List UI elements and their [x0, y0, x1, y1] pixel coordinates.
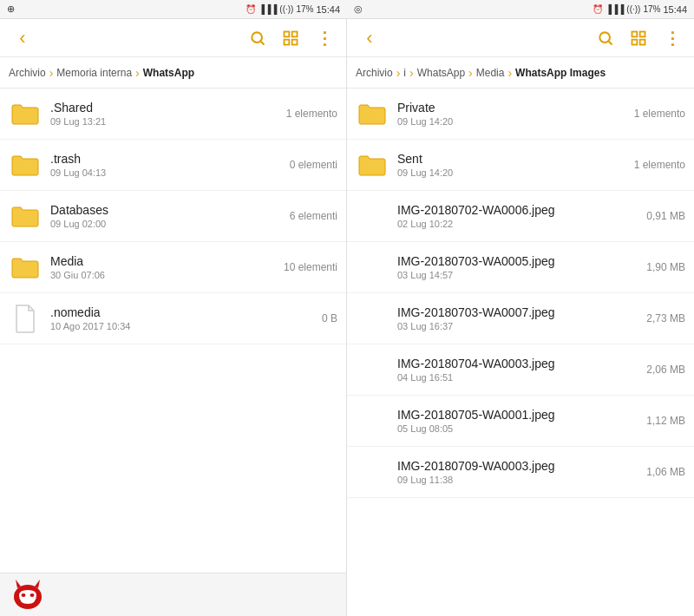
right-more-button[interactable]: ⋮ — [656, 23, 687, 54]
svg-rect-15 — [632, 39, 638, 44]
breadcrumb-archivio-left[interactable]: Archivio — [9, 67, 46, 79]
breadcrumb-archivio-right[interactable]: Archivio — [356, 67, 393, 79]
file-info-img2: IMG-20180703-WA0005.jpeg 03 Lug 14:57 — [397, 254, 639, 280]
left-file-item-trash[interactable]: .trash 09 Lug 04:13 0 elementi — [0, 140, 346, 191]
svg-rect-5 — [292, 39, 298, 44]
folder-icon-shared — [9, 97, 42, 130]
svg-point-10 — [30, 593, 35, 597]
right-file-item-img2[interactable]: IMG-20180703-WA0005.jpeg 03 Lug 14:57 1,… — [347, 242, 694, 293]
file-meta-img4: 04 Lug 16:51 — [397, 372, 639, 383]
right-search-button[interactable] — [590, 23, 621, 54]
file-name-img6: IMG-20180709-WA0003.jpeg — [397, 459, 639, 473]
app-logo — [10, 578, 45, 613]
left-file-item-media[interactable]: Media 30 Giu 07:06 10 elementi — [0, 242, 346, 293]
file-name-trash: .trash — [50, 152, 283, 166]
file-icon-img2 — [356, 251, 389, 284]
left-back-button[interactable]: ‹ — [7, 23, 38, 54]
left-toolbar: ‹ — [0, 19, 346, 57]
file-size-media: 10 elementi — [284, 261, 337, 273]
breadcrumb-media-right[interactable]: Media — [476, 67, 505, 79]
left-file-list: .Shared 09 Lug 13:21 1 elemento .trash 0… — [0, 88, 346, 573]
more-icon-right: ⋮ — [664, 28, 680, 49]
left-grid-button[interactable] — [275, 23, 306, 54]
back-icon-right: ‹ — [366, 27, 372, 49]
file-info-shared: .Shared 09 Lug 13:21 — [50, 101, 279, 127]
signal-icon: ▐▐▐ — [259, 4, 277, 14]
file-name-img2: IMG-20180703-WA0005.jpeg — [397, 254, 639, 268]
breadcrumb-whatsapp-left[interactable]: WhatsApp — [143, 67, 194, 79]
right-file-item-img6[interactable]: IMG-20180709-WA0003.jpeg 09 Lug 11:38 1,… — [347, 447, 694, 498]
right-back-button[interactable]: ‹ — [354, 23, 385, 54]
file-size-img3: 2,73 MB — [646, 312, 685, 324]
svg-rect-16 — [640, 39, 645, 44]
file-meta-media: 30 Giu 07:06 — [50, 270, 277, 280]
breadcrumb-sep-2-left: › — [135, 66, 140, 80]
file-meta-nomedia: 10 Ago 2017 10:34 — [50, 321, 315, 331]
file-info-databases: Databases 09 Lug 02:00 — [50, 203, 283, 229]
file-name-img3: IMG-20180703-WA0007.jpeg — [397, 305, 639, 319]
breadcrumb-sep-1-right: › — [396, 66, 401, 80]
breadcrumb-whatsapp-right[interactable]: WhatsApp — [417, 67, 465, 79]
left-search-button[interactable] — [242, 23, 273, 54]
file-icon-img5 — [356, 404, 389, 437]
wifi-icon: ((·)) — [279, 4, 293, 14]
file-size-img4: 2,06 MB — [646, 364, 685, 376]
time-left: 15:44 — [316, 4, 340, 15]
back-icon-left: ‹ — [19, 27, 25, 49]
breadcrumb-sep-1-left: › — [49, 66, 54, 80]
file-name-sent: Sent — [397, 152, 627, 166]
left-toolbar-actions: ⋮ — [242, 23, 339, 54]
right-file-item-img1[interactable]: IMG-20180702-WA0006.jpeg 02 Lug 10:22 0,… — [347, 191, 694, 242]
file-icon-img3 — [356, 302, 389, 335]
file-name-shared: .Shared — [50, 101, 279, 115]
left-file-item-nomedia[interactable]: .nomedia 10 Ago 2017 10:34 0 B — [0, 293, 346, 344]
file-info-trash: .trash 09 Lug 04:13 — [50, 152, 283, 178]
signal-icon-right: ▐▐▐ — [606, 4, 624, 14]
right-file-item-sent[interactable]: Sent 09 Lug 14:20 1 elemento — [347, 140, 694, 191]
status-bar-right: ◎ ⏰ ▐▐▐ ((·)) 17% 15:44 — [347, 0, 694, 19]
file-meta-img3: 03 Lug 16:37 — [397, 321, 639, 331]
breadcrumb-whatsapp-images-right[interactable]: WhatsApp Images — [515, 67, 606, 79]
left-file-item-shared[interactable]: .Shared 09 Lug 13:21 1 elemento — [0, 88, 346, 140]
left-bottom-bar — [0, 573, 346, 616]
file-info-img3: IMG-20180703-WA0007.jpeg 03 Lug 16:37 — [397, 305, 639, 331]
file-size-sent: 1 elemento — [634, 159, 685, 171]
right-toolbar: ‹ — [347, 19, 694, 57]
search-icon-left — [249, 29, 266, 47]
right-file-item-img5[interactable]: IMG-20180705-WA0001.jpeg 05 Lug 08:05 1,… — [347, 396, 694, 447]
file-size-trash: 0 elementi — [290, 159, 337, 171]
status-bar-left: ⊕ ⏰ ▐▐▐ ((·)) 17% 15:44 — [0, 0, 347, 19]
file-info-img5: IMG-20180705-WA0001.jpeg 05 Lug 08:05 — [397, 408, 639, 434]
svg-rect-4 — [285, 39, 290, 44]
file-meta-img5: 05 Lug 08:05 — [397, 423, 639, 434]
right-grid-button[interactable] — [623, 23, 654, 54]
left-file-item-databases[interactable]: Databases 09 Lug 02:00 6 elementi — [0, 191, 346, 242]
svg-point-0 — [252, 32, 262, 43]
file-info-img6: IMG-20180709-WA0003.jpeg 09 Lug 11:38 — [397, 459, 639, 485]
file-info-img4: IMG-20180704-WA0003.jpeg 04 Lug 16:51 — [397, 357, 639, 383]
left-breadcrumb: Archivio › Memoria interna › WhatsApp — [0, 57, 346, 88]
left-more-button[interactable]: ⋮ — [308, 23, 339, 54]
file-meta-private: 09 Lug 14:20 — [397, 116, 627, 127]
file-size-img2: 1,90 MB — [646, 261, 685, 273]
right-file-item-img3[interactable]: IMG-20180703-WA0007.jpeg 03 Lug 16:37 2,… — [347, 293, 694, 344]
file-name-img1: IMG-20180702-WA0006.jpeg — [397, 203, 639, 217]
file-info-private: Private 09 Lug 14:20 — [397, 101, 627, 127]
grid-icon-right — [630, 29, 647, 47]
search-icon-right — [597, 29, 614, 47]
right-file-item-private[interactable]: Private 09 Lug 14:20 1 elemento — [347, 88, 694, 140]
file-icon-img1 — [356, 200, 389, 233]
file-meta-shared: 09 Lug 13:21 — [50, 116, 279, 127]
right-file-item-img4[interactable]: IMG-20180704-WA0003.jpeg 04 Lug 16:51 2,… — [347, 344, 694, 396]
file-size-nomedia: 0 B — [322, 312, 337, 324]
breadcrumb-memoria-left[interactable]: Memoria interna — [56, 67, 132, 79]
status-left-icons: ⊕ — [7, 3, 15, 15]
folder-icon-databases — [9, 200, 42, 233]
file-meta-sent: 09 Lug 14:20 — [397, 167, 627, 178]
file-size-databases: 6 elementi — [290, 210, 337, 222]
file-icon-img4 — [356, 353, 389, 386]
svg-rect-2 — [285, 31, 290, 36]
shield-icon-right: ◎ — [354, 3, 363, 15]
breadcrumb-i-right[interactable]: i — [403, 67, 406, 79]
file-meta-img2: 03 Lug 14:57 — [397, 270, 639, 280]
